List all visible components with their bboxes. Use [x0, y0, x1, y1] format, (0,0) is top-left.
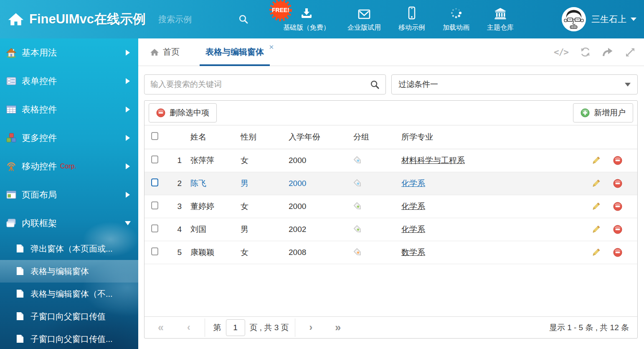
sidebar-item-basic-usage[interactable]: 基本用法	[0, 38, 138, 67]
search-icon[interactable]	[370, 80, 380, 89]
add-button-label: 新增用户	[594, 107, 626, 118]
col-group[interactable]: 分组	[347, 125, 395, 149]
sidebar-item-form-controls[interactable]: 表单控件	[0, 67, 138, 95]
cell-gender: 女	[234, 195, 282, 218]
major-link[interactable]: 数学系	[401, 248, 425, 257]
app-home-icon[interactable]	[8, 11, 24, 28]
filter-selected-value: 过滤条件一	[398, 79, 438, 90]
refresh-icon[interactable]	[580, 46, 591, 58]
col-major[interactable]: 所学专业	[395, 125, 591, 149]
nav-item-loading-animations[interactable]: 加载动画	[434, 0, 478, 38]
sidebar-item-grid-controls[interactable]: 表格控件	[0, 95, 138, 124]
tag-icon	[353, 225, 363, 234]
delete-row-icon[interactable]	[613, 179, 622, 188]
sidebar-item-page-layout[interactable]: 页面布局	[0, 181, 138, 209]
row-checkbox[interactable]	[151, 247, 158, 255]
sidebar-subitem-grid-edit-window[interactable]: 表格与编辑窗体	[0, 260, 138, 283]
edit-pencil-icon[interactable]	[591, 202, 601, 211]
user-avatar[interactable]	[562, 7, 586, 31]
tab-home[interactable]: 首页	[150, 38, 180, 66]
sidebar-subitem-child-to-parent-2[interactable]: 子窗口向父窗口传值...	[0, 328, 138, 349]
cell-year: 2000	[282, 172, 347, 195]
nav-item-basic-version[interactable]: 基础版（免费）	[274, 0, 339, 38]
pager-divider	[295, 318, 295, 337]
view-source-icon[interactable]: </>	[554, 47, 568, 57]
sidebar-subitem-popup-window[interactable]: 弹出窗体（本页面或...	[0, 237, 138, 260]
header-search-input[interactable]	[158, 15, 221, 24]
home-icon	[6, 47, 17, 58]
delete-row-icon[interactable]	[613, 202, 622, 211]
file-icon	[16, 312, 24, 321]
sidebar-item-label: 移动控件	[22, 160, 57, 172]
filter-condition-select[interactable]: 过滤条件一	[391, 74, 638, 94]
user-name-dropdown[interactable]: 三生石上	[591, 13, 636, 25]
tab-active-label: 表格与编辑窗体	[205, 46, 264, 58]
share-icon[interactable]	[602, 47, 614, 57]
sidebar-subitem-child-to-parent[interactable]: 子窗口向父窗口传值	[0, 305, 138, 328]
cell-gender: 女	[234, 149, 282, 172]
row-checkbox[interactable]	[151, 178, 158, 186]
cell-gender: 男	[234, 218, 282, 241]
sidebar-subitem-label: 子窗口向父窗口传值	[30, 311, 106, 322]
grid-empty-area	[145, 264, 637, 316]
cell-name: 陈飞	[184, 172, 234, 195]
col-gender[interactable]: 性别	[234, 125, 282, 149]
sidebar-item-mobile-controls[interactable]: 移动控件 Corp.	[0, 152, 138, 181]
edit-pencil-icon[interactable]	[591, 248, 601, 257]
tab-close-icon[interactable]: ✕	[269, 43, 274, 51]
home-icon	[150, 48, 159, 57]
table-row: 3 董婷婷 女 2000 化学系	[145, 195, 637, 218]
form-icon	[6, 76, 17, 87]
major-link[interactable]: 化学系	[401, 202, 425, 211]
tab-grid-edit-window[interactable]: 表格与编辑窗体 ✕	[200, 38, 270, 66]
sidebar-subitem-grid-edit-window-2[interactable]: 表格与编辑窗体（不...	[0, 283, 138, 305]
nav-item-enterprise-trial[interactable]: 企业版试用	[339, 0, 390, 38]
edit-pencil-icon[interactable]	[591, 179, 601, 188]
envelope-icon	[357, 6, 371, 20]
nav-item-label: 加载动画	[443, 23, 469, 32]
table-row: 2 陈飞 男 2000 化学系	[145, 172, 637, 195]
header-search	[158, 14, 248, 24]
add-user-button[interactable]: 新增用户	[573, 103, 633, 122]
edit-pencil-icon[interactable]	[591, 156, 601, 165]
major-link[interactable]: 化学系	[401, 225, 425, 234]
page-number-input[interactable]	[226, 319, 245, 336]
keyword-search-input[interactable]	[150, 80, 370, 89]
cell-name: 刘国	[184, 218, 234, 241]
delete-row-icon[interactable]	[613, 225, 622, 234]
row-checkbox[interactable]	[151, 224, 158, 232]
first-page-button[interactable]: «	[158, 322, 164, 333]
nav-item-mobile-demo[interactable]: 移动示例	[390, 0, 434, 38]
select-all-checkbox[interactable]	[151, 132, 158, 140]
row-checkbox[interactable]	[151, 155, 158, 163]
tab-toolbar: </>	[554, 38, 636, 66]
delete-selected-button[interactable]: 删除选中项	[149, 103, 217, 122]
user-name: 三生石上	[591, 13, 626, 25]
nav-item-label: 基础版（免费）	[283, 23, 330, 32]
last-page-button[interactable]: »	[335, 322, 341, 333]
next-page-button[interactable]: ›	[309, 323, 313, 332]
nav-item-label: 主题仓库	[487, 23, 514, 32]
delete-row-icon[interactable]	[613, 248, 622, 257]
row-number: 5	[165, 241, 184, 264]
user-table: 姓名 性别 入学年份 分组 所学专业 1 张萍萍	[145, 125, 637, 264]
sidebar-item-label: 表单控件	[22, 75, 57, 87]
cell-gender: 男	[234, 172, 282, 195]
user-grid-panel: 删除选中项 新增用户	[144, 100, 638, 339]
sidebar-item-iframe[interactable]: 内联框架	[0, 209, 138, 237]
download-icon	[300, 6, 313, 20]
prev-page-button[interactable]: ‹	[187, 323, 190, 332]
major-link[interactable]: 化学系	[401, 179, 425, 188]
row-checkbox[interactable]	[151, 201, 158, 209]
edit-pencil-icon[interactable]	[591, 225, 601, 234]
header-search-icon[interactable]	[238, 14, 248, 24]
col-year[interactable]: 入学年份	[282, 125, 347, 149]
sidebar-item-more-controls[interactable]: 更多控件	[0, 124, 138, 152]
nav-item-label: 移动示例	[398, 23, 425, 32]
major-link[interactable]: 材料科学与工程系	[401, 156, 465, 165]
nav-item-theme-repo[interactable]: 主题仓库	[478, 0, 522, 38]
tag-icon	[353, 202, 363, 211]
col-name[interactable]: 姓名	[184, 125, 234, 149]
expand-icon[interactable]	[625, 47, 636, 58]
delete-row-icon[interactable]	[613, 156, 622, 165]
